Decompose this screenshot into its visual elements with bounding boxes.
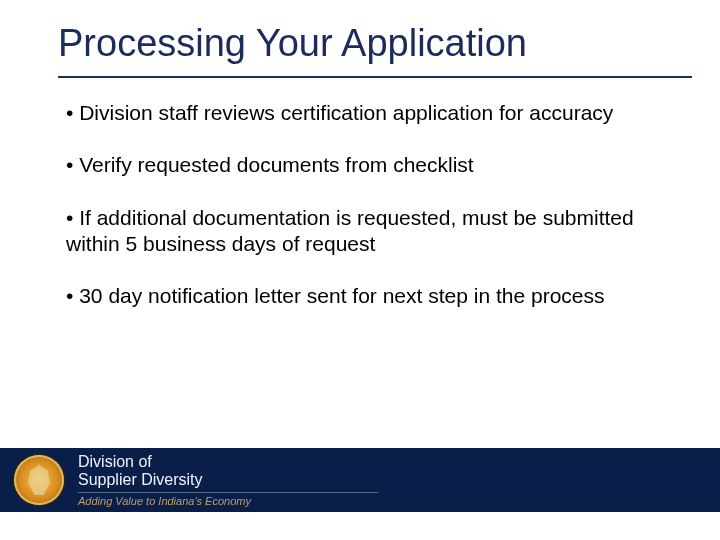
footer-tagline: Adding Value to Indiana's Economy: [78, 495, 378, 507]
bullet-item: • Division staff reviews certification a…: [66, 100, 660, 126]
state-seal-icon: [14, 455, 64, 505]
slide-body: • Division staff reviews certification a…: [66, 100, 660, 335]
footer-division-line1: Division of: [78, 453, 378, 471]
title-underline: [58, 76, 692, 78]
slide-title: Processing Your Application: [58, 22, 680, 65]
bullet-item: • 30 day notification letter sent for ne…: [66, 283, 660, 309]
footer-divider: [78, 492, 378, 493]
footer-band: Division of Supplier Diversity Adding Va…: [0, 448, 720, 512]
bullet-item: • Verify requested documents from checkl…: [66, 152, 660, 178]
footer-division-line2: Supplier Diversity: [78, 471, 378, 489]
bullet-item: • If additional documentation is request…: [66, 205, 660, 258]
footer-text-block: Division of Supplier Diversity Adding Va…: [78, 453, 378, 506]
slide: Processing Your Application • Division s…: [0, 0, 720, 540]
